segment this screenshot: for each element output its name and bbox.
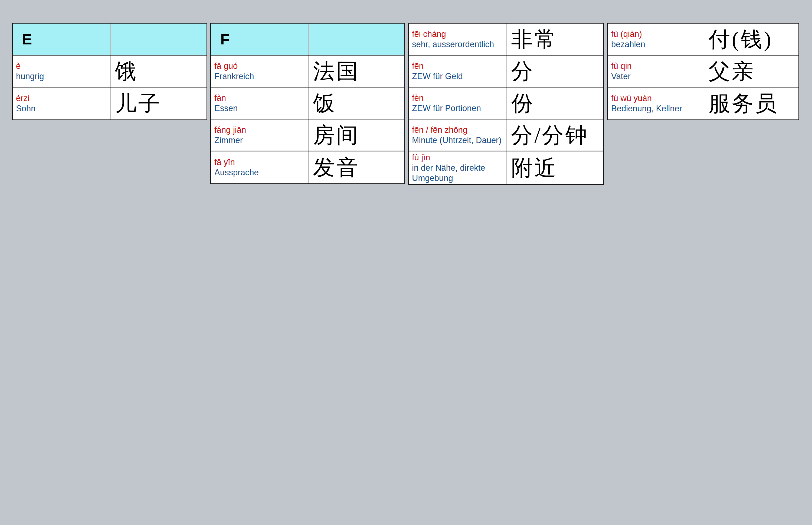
hanzi-text: 付(钱) — [708, 26, 773, 53]
section-header-spacer — [309, 24, 404, 55]
german-text: sehr, ausserordentlich — [412, 39, 505, 49]
hanzi-text: 父亲 — [708, 58, 755, 85]
pinyin-text: érzi — [16, 93, 109, 104]
term-cell: fēn / fēn zhōng Minute (Uhtrzeit, Dauer) — [409, 119, 507, 151]
hanzi-text: 法国 — [313, 58, 360, 85]
term-cell: è hungrig — [13, 56, 111, 87]
hanzi-cell: 分 — [507, 56, 603, 87]
vocab-row: fú wù yuán Bedienung, Kellner 服务员 — [608, 88, 798, 119]
hanzi-text: 饭 — [313, 90, 337, 117]
hanzi-text: 发音 — [313, 154, 360, 181]
hanzi-text: 份 — [511, 90, 534, 117]
hanzi-text: 附近 — [511, 154, 558, 181]
vocab-table-f-cont-1: fēi cháng sehr, ausserordentlich 非常 fēn … — [408, 23, 604, 185]
pinyin-text: fáng jiān — [214, 125, 307, 135]
hanzi-cell: 附近 — [507, 151, 603, 184]
vocab-row: fēi cháng sehr, ausserordentlich 非常 — [409, 24, 603, 56]
vocab-row: fēn / fēn zhōng Minute (Uhtrzeit, Dauer)… — [409, 119, 603, 151]
hanzi-cell: 分/分钟 — [507, 119, 603, 151]
vocab-row: fù qin Vater 父亲 — [608, 56, 798, 88]
vocab-table-f: F fǎ guó Frankreich 法国 fàn Essen 饭 fá — [210, 23, 405, 184]
hanzi-text: 分/分钟 — [511, 122, 589, 149]
hanzi-cell: 付(钱) — [704, 24, 798, 55]
german-text: Zimmer — [214, 135, 307, 146]
vocab-table-e: E è hungrig 饿 érzi Sohn 儿子 — [12, 23, 207, 120]
pinyin-text: fā yīn — [214, 157, 307, 167]
pinyin-text: fù qin — [611, 61, 703, 71]
pinyin-text: fēn — [412, 61, 505, 71]
pinyin-text: è — [16, 61, 109, 71]
pinyin-text: fù jìn — [412, 152, 505, 163]
term-cell: fǎ guó Frankreich — [211, 56, 309, 87]
hanzi-text: 饿 — [115, 58, 138, 85]
german-text: Bedienung, Kellner — [611, 104, 703, 114]
hanzi-cell: 房间 — [309, 119, 404, 151]
hanzi-cell: 非常 — [507, 24, 603, 55]
term-cell: fú wù yuán Bedienung, Kellner — [608, 88, 704, 119]
section-header-cell: E — [13, 24, 111, 55]
term-cell: fēn ZEW für Geld — [409, 56, 507, 87]
term-cell: fù qin Vater — [608, 56, 704, 87]
german-text: ZEW für Geld — [412, 71, 505, 81]
vocab-row: fù (qián) bezahlen 付(钱) — [608, 24, 798, 56]
hanzi-cell: 父亲 — [704, 56, 798, 87]
german-text: Aussprache — [214, 167, 307, 178]
vocab-row: fēn ZEW für Geld 分 — [409, 56, 603, 88]
term-cell: fù jìn in der Nähe, direkte Umgebung — [409, 151, 507, 184]
pinyin-text: fù (qián) — [611, 29, 703, 39]
pinyin-text: fú wù yuán — [611, 93, 703, 104]
vocab-row: fā yīn Aussprache 发音 — [211, 151, 404, 183]
german-text: Minute (Uhtrzeit, Dauer) — [412, 135, 505, 146]
german-text: in der Nähe, direkte Umgebung — [412, 163, 505, 183]
section-header-spacer — [111, 24, 206, 55]
section-header-row: E — [13, 24, 206, 56]
german-text: ZEW für Portionen — [412, 103, 505, 114]
hanzi-cell: 发音 — [309, 151, 404, 183]
hanzi-cell: 服务员 — [704, 88, 798, 119]
german-text: Essen — [214, 103, 307, 114]
vocab-row: è hungrig 饿 — [13, 56, 206, 88]
term-cell: fáng jiān Zimmer — [211, 119, 309, 151]
pinyin-text: fǎ guó — [214, 61, 307, 71]
vocab-row: fáng jiān Zimmer 房间 — [211, 119, 404, 151]
section-letter: E — [22, 30, 109, 48]
vocab-row: érzi Sohn 儿子 — [13, 88, 206, 119]
hanzi-text: 服务员 — [708, 90, 778, 117]
vocab-table-f-cont-2: fù (qián) bezahlen 付(钱) fù qin Vater 父亲 … — [607, 23, 799, 120]
vocab-row: fǎ guó Frankreich 法国 — [211, 56, 404, 88]
hanzi-cell: 饿 — [111, 56, 206, 87]
pinyin-text: fēn / fēn zhōng — [412, 125, 505, 135]
hanzi-cell: 饭 — [309, 88, 404, 119]
german-text: bezahlen — [611, 39, 703, 49]
hanzi-cell: 儿子 — [111, 88, 206, 119]
hanzi-text: 房间 — [313, 122, 360, 149]
hanzi-cell: 法国 — [309, 56, 404, 87]
hanzi-text: 儿子 — [115, 90, 161, 117]
term-cell: fàn Essen — [211, 88, 309, 119]
german-text: Sohn — [16, 104, 109, 114]
term-cell: fù (qián) bezahlen — [608, 24, 704, 55]
section-header-row: F — [211, 24, 404, 56]
hanzi-text: 分 — [511, 58, 534, 85]
term-cell: érzi Sohn — [13, 88, 111, 119]
hanzi-cell: 份 — [507, 88, 603, 119]
section-header-cell: F — [211, 24, 309, 55]
hanzi-text: 非常 — [511, 26, 558, 53]
german-text: Frankreich — [214, 71, 307, 81]
pinyin-text: fēi cháng — [412, 29, 505, 39]
vocab-row: fàn Essen 饭 — [211, 88, 404, 119]
vocabulary-sheet: E è hungrig 饿 érzi Sohn 儿子 — [0, 0, 812, 525]
vocab-row: fèn ZEW für Portionen 份 — [409, 88, 603, 119]
vocab-row: fù jìn in der Nähe, direkte Umgebung 附近 — [409, 151, 603, 184]
german-text: hungrig — [16, 71, 109, 81]
section-letter: F — [220, 30, 307, 48]
pinyin-text: fèn — [412, 93, 505, 103]
term-cell: fā yīn Aussprache — [211, 151, 309, 183]
term-cell: fēi cháng sehr, ausserordentlich — [409, 24, 507, 55]
german-text: Vater — [611, 71, 703, 81]
pinyin-text: fàn — [214, 93, 307, 103]
term-cell: fèn ZEW für Portionen — [409, 88, 507, 119]
